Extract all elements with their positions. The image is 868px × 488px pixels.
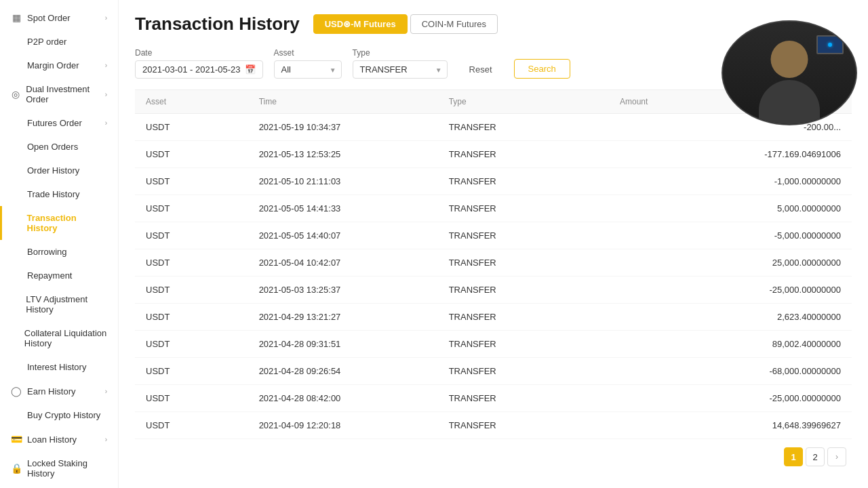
cell-time: 2021-04-28 09:26:54 (248, 358, 438, 385)
cell-type: TRANSFER (438, 195, 609, 222)
sidebar-item-borrowing[interactable]: Borrowing (0, 240, 118, 264)
cell-type: TRANSFER (438, 304, 609, 331)
cell-type: TRANSFER (438, 249, 609, 277)
sidebar-item-trade-history[interactable]: Trade History (0, 182, 118, 206)
dual-investment-icon: ◎ (11, 89, 20, 100)
tab-usdm[interactable]: USD⊛-M Futures (313, 14, 408, 34)
cell-type: TRANSFER (438, 114, 609, 141)
sidebar-item-collateral-liquidation[interactable]: Collateral Liquidation History (0, 321, 118, 355)
table-row: USDT2021-04-28 09:31:51TRANSFER89,002.40… (135, 331, 852, 358)
cell-time: 2021-05-05 14:40:07 (248, 222, 438, 249)
search-button[interactable]: Search (514, 59, 570, 79)
cell-amount: 2,623.40000000 (609, 304, 852, 331)
interest-history-label: Interest History (27, 362, 86, 372)
sidebar-item-order-history[interactable]: Order History (0, 159, 118, 182)
earn-history-label: Earn History (27, 386, 76, 396)
cell-asset: USDT (135, 168, 248, 195)
spot-order-arrow-icon: › (105, 14, 107, 22)
cell-asset: USDT (135, 222, 248, 249)
page-1-button[interactable]: 1 (784, 447, 803, 466)
tab-coinm[interactable]: COIN-M Futures (410, 14, 498, 34)
type-label: Type (353, 48, 448, 58)
col-header-time: Time (248, 90, 438, 114)
main-content: Transaction History USD⊛-M FuturesCOIN-M… (119, 0, 868, 488)
cell-amount: -25,000.00000000 (609, 385, 852, 412)
cell-amount: 89,002.40000000 (609, 331, 852, 358)
margin-order-arrow-icon: › (105, 62, 107, 69)
cell-time: 2021-04-09 12:20:18 (248, 412, 438, 439)
transaction-table: AssetTimeTypeAmount USDT2021-05-19 10:34… (135, 90, 852, 439)
sidebar-item-futures-order[interactable]: Futures Order› (0, 111, 118, 135)
loan-history-label: Loan History (27, 434, 77, 445)
cell-type: TRANSFER (438, 385, 609, 412)
page-2-button[interactable]: 2 (806, 447, 825, 466)
sidebar-item-transaction-history[interactable]: Transaction History (0, 206, 118, 240)
cell-time: 2021-05-13 12:53:25 (248, 141, 438, 168)
sidebar-item-locked-staking[interactable]: 🔒Locked Staking History (0, 451, 118, 485)
cell-time: 2021-05-03 13:25:37 (248, 277, 438, 304)
date-label: Date (135, 48, 263, 58)
asset-filter-group: Asset All ▼ (274, 48, 342, 79)
sidebar-item-dual-investment[interactable]: ◎Dual Investment Order› (0, 77, 118, 111)
locked-staking-icon: 🔒 (11, 463, 22, 474)
cell-type: TRANSFER (438, 331, 609, 358)
asset-select[interactable]: All (274, 60, 342, 79)
ltv-adjustment-label: LTV Adjustment History (26, 294, 107, 314)
sidebar-item-open-orders[interactable]: Open Orders (0, 135, 118, 159)
cell-asset: USDT (135, 195, 248, 222)
sidebar-item-earn-history[interactable]: ◯Earn History› (0, 379, 118, 403)
cell-amount: -5,000.00000000 (609, 222, 852, 249)
sidebar-item-margin-order[interactable]: Margin Order› (0, 54, 118, 77)
next-page-button[interactable]: › (827, 447, 846, 466)
cell-asset: USDT (135, 358, 248, 385)
cell-amount: -1,000.00000000 (609, 168, 852, 195)
date-filter-group: Date 2021-03-01 - 2021-05-23 📅 (135, 48, 263, 79)
sidebar-item-buy-crypto[interactable]: Buy Crypto History (0, 403, 118, 427)
transaction-history-label: Transaction History (27, 213, 107, 233)
date-range-value: 2021-03-01 - 2021-05-23 (142, 64, 241, 75)
cell-asset: USDT (135, 277, 248, 304)
table-row: USDT2021-05-13 12:53:25TRANSFER-177.169.… (135, 141, 852, 168)
cell-time: 2021-05-05 14:41:33 (248, 195, 438, 222)
sidebar-item-p2p-order[interactable]: P2P order (0, 30, 118, 54)
pagination: 12› (135, 439, 852, 474)
cell-amount: -25,000.00000000 (609, 277, 852, 304)
table-row: USDT2021-04-28 09:26:54TRANSFER-68,000.0… (135, 358, 852, 385)
calendar-icon: 📅 (245, 64, 256, 75)
table-row: USDT2021-04-09 12:20:18TRANSFER14,648.39… (135, 412, 852, 439)
sidebar-item-repayment[interactable]: Repayment (0, 264, 118, 287)
loan-history-arrow-icon: › (105, 436, 107, 443)
cell-type: TRANSFER (438, 277, 609, 304)
cell-asset: USDT (135, 385, 248, 412)
cell-amount: 5,000.00000000 (609, 195, 852, 222)
earn-history-icon: ◯ (11, 386, 22, 396)
buy-crypto-label: Buy Crypto History (27, 410, 100, 420)
reset-button[interactable]: Reset (458, 60, 503, 79)
sidebar: ▦Spot Order›P2P orderMargin Order›◎Dual … (0, 0, 119, 488)
cell-type: TRANSFER (438, 412, 609, 439)
cell-asset: USDT (135, 114, 248, 141)
cell-asset: USDT (135, 304, 248, 331)
date-range-input[interactable]: 2021-03-01 - 2021-05-23 📅 (135, 60, 263, 79)
video-person (723, 22, 856, 124)
spot-order-icon: ▦ (11, 12, 22, 23)
dual-investment-arrow-icon: › (105, 91, 107, 98)
table-row: USDT2021-05-04 10:42:07TRANSFER25,000.00… (135, 249, 852, 277)
sidebar-item-spot-order[interactable]: ▦Spot Order› (0, 5, 118, 30)
table-row: USDT2021-05-03 13:25:37TRANSFER-25,000.0… (135, 277, 852, 304)
type-select-wrapper: TRANSFER ▼ (353, 60, 448, 79)
table-row: USDT2021-05-05 14:41:33TRANSFER5,000.000… (135, 195, 852, 222)
collateral-liquidation-label: Collateral Liquidation History (24, 328, 107, 348)
cell-time: 2021-05-10 21:11:03 (248, 168, 438, 195)
cell-asset: USDT (135, 331, 248, 358)
open-orders-label: Open Orders (27, 142, 78, 152)
futures-order-arrow-icon: › (105, 119, 107, 127)
p2p-order-label: P2P order (27, 37, 66, 47)
col-header-type: Type (438, 90, 609, 114)
sidebar-item-interest-history[interactable]: Interest History (0, 355, 118, 379)
type-select[interactable]: TRANSFER (353, 60, 448, 79)
sidebar-item-ltv-adjustment[interactable]: LTV Adjustment History (0, 287, 118, 321)
sidebar-item-loan-history[interactable]: 💳Loan History› (0, 427, 118, 451)
tab-group: USD⊛-M FuturesCOIN-M Futures (313, 14, 498, 34)
table-row: USDT2021-05-10 21:11:03TRANSFER-1,000.00… (135, 168, 852, 195)
